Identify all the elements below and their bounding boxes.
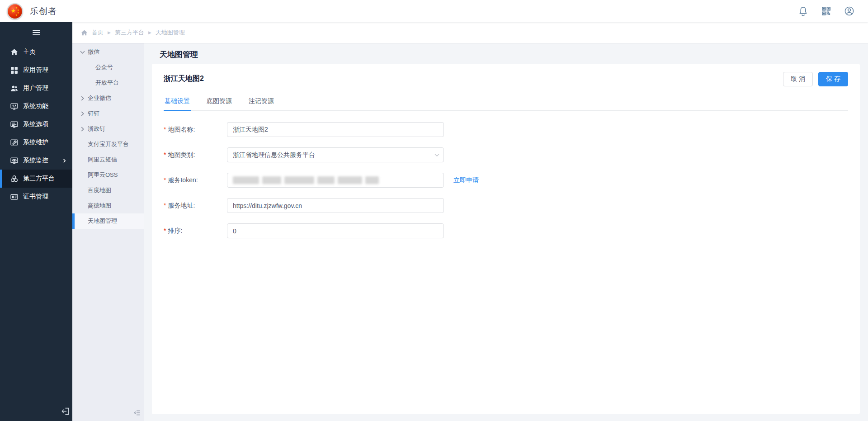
submenu-item-baidu-map[interactable]: 百度地图 xyxy=(72,183,144,198)
sort-order-label: *排序: xyxy=(164,227,227,235)
notification-bell-icon[interactable] xyxy=(798,6,808,16)
three-circles-icon xyxy=(10,175,18,183)
sidebar-item-label: 应用管理 xyxy=(23,66,48,74)
sidebar-item-label: 主页 xyxy=(23,48,36,56)
main-content: 天地图管理 浙江天地图2 取 消 保 存 基础设置 底图资源 注记资源 xyxy=(144,43,868,421)
form-row-map-name: *地图名称: xyxy=(164,122,848,137)
chevron-right-icon xyxy=(80,111,85,116)
chevron-right-icon xyxy=(62,159,66,163)
breadcrumb-separator: ▶ xyxy=(148,30,151,35)
cancel-button[interactable]: 取 消 xyxy=(783,72,813,86)
breadcrumb: 首页 ▶ 第三方平台 ▶ 天地图管理 xyxy=(81,28,185,37)
sidebar-item-label: 用户管理 xyxy=(23,84,48,92)
chevron-down-icon xyxy=(434,152,440,158)
hamburger-icon xyxy=(33,28,40,37)
form-row-service-token: *服务token: xyxy=(164,173,848,188)
app-title: 乐创者 xyxy=(30,5,57,17)
apps-grid-icon xyxy=(10,66,18,74)
form-row-service-url: *服务地址: xyxy=(164,198,848,213)
save-button[interactable]: 保 存 xyxy=(818,72,848,86)
form-row-sort-order: *排序: xyxy=(164,223,848,238)
submenu-item-official-account[interactable]: 公众号 xyxy=(72,60,144,75)
submenu-group-zhezhengding[interactable]: 浙政钉 xyxy=(72,121,144,137)
sidebar-item-label: 系统监控 xyxy=(23,156,48,165)
submenu-sidebar: 微信 公众号 开放平台 企业微信 钉 xyxy=(72,43,144,421)
sidebar-item-home[interactable]: 主页 xyxy=(0,43,72,61)
basic-settings-form: *地图名称: *地图类别: 浙 xyxy=(164,122,848,249)
main-sidebar: 主页 应用管理 用户管理 系统功能 系统选项 xyxy=(0,22,72,421)
required-mark: * xyxy=(164,126,166,133)
sidebar-item-label: 系统选项 xyxy=(23,120,48,128)
apply-token-link[interactable]: 立即申请 xyxy=(453,176,479,184)
map-name-label: *地图名称: xyxy=(164,126,227,134)
sidebar-item-third-party-platform[interactable]: 第三方平台 xyxy=(0,170,72,188)
breadcrumb-item-third-party[interactable]: 第三方平台 xyxy=(115,28,144,37)
sidebar-item-system-options[interactable]: 系统选项 xyxy=(0,115,72,133)
monitor-smile-icon xyxy=(10,103,18,110)
tab-annotation-resources[interactable]: 注记资源 xyxy=(248,94,275,110)
tab-bar: 基础设置 底图资源 注记资源 xyxy=(164,94,848,111)
chevron-right-icon xyxy=(80,127,85,132)
monitor-list-icon xyxy=(10,121,18,128)
map-category-selected-value: 浙江省地理信息公共服务平台 xyxy=(233,151,315,159)
required-mark: * xyxy=(164,151,166,158)
submenu-item-tianditu-management[interactable]: 天地图管理 xyxy=(72,213,144,229)
users-icon xyxy=(10,85,18,92)
chevron-down-icon xyxy=(80,50,85,55)
home-icon xyxy=(10,48,18,56)
app-logo: ★ ★ ★ ★ ★ xyxy=(7,3,23,19)
sidebar-item-label: 系统功能 xyxy=(23,102,48,110)
service-url-input[interactable] xyxy=(227,198,444,213)
qr-code-icon[interactable] xyxy=(821,6,831,16)
service-token-label: *服务token: xyxy=(164,176,227,184)
sidebar-item-system-monitor[interactable]: 系统监控 xyxy=(0,151,72,170)
service-url-label: *服务地址: xyxy=(164,202,227,210)
submenu-collapse-icon[interactable] xyxy=(133,409,141,416)
sidebar-item-app-management[interactable]: 应用管理 xyxy=(0,61,72,79)
submenu-item-aliyun-oss[interactable]: 阿里云OSS xyxy=(72,167,144,183)
monitor-eye-icon xyxy=(10,157,18,165)
submenu-group-dingtalk[interactable]: 钉钉 xyxy=(72,106,144,121)
user-avatar-icon[interactable] xyxy=(844,6,854,16)
submenu-group-wecom[interactable]: 企业微信 xyxy=(72,90,144,106)
sidebar-item-label: 证书管理 xyxy=(23,193,48,201)
sidebar-item-label: 系统维护 xyxy=(23,138,48,147)
breadcrumb-home-icon[interactable] xyxy=(81,29,88,36)
sidebar-item-system-functions[interactable]: 系统功能 xyxy=(0,97,72,115)
logout-exit-icon[interactable] xyxy=(61,407,70,416)
breadcrumb-separator: ▶ xyxy=(108,30,111,35)
submenu-item-aliyun-sms[interactable]: 阿里云短信 xyxy=(72,152,144,167)
sidebar-collapse-button[interactable] xyxy=(0,22,72,43)
chevron-right-icon xyxy=(80,96,85,101)
sidebar-item-certificate-management[interactable]: 证书管理 xyxy=(0,188,72,206)
detail-card: 浙江天地图2 取 消 保 存 基础设置 底图资源 注记资源 xyxy=(152,64,860,414)
tab-basic-settings[interactable]: 基础设置 xyxy=(164,94,191,110)
sidebar-item-system-maintenance[interactable]: 系统维护 xyxy=(0,133,72,151)
submenu-item-alipay-dev-platform[interactable]: 支付宝开发平台 xyxy=(72,137,144,152)
sidebar-item-label: 第三方平台 xyxy=(23,175,55,183)
breadcrumb-item-tianditu[interactable]: 天地图管理 xyxy=(156,28,185,37)
map-category-label: *地图类别: xyxy=(164,151,227,159)
sort-order-input[interactable] xyxy=(227,223,444,238)
submenu-item-open-platform[interactable]: 开放平台 xyxy=(72,75,144,90)
map-category-select[interactable]: 浙江省地理信息公共服务平台 xyxy=(227,147,444,162)
top-header: ★ ★ ★ ★ ★ 乐创者 xyxy=(0,0,868,22)
sidebar-item-user-management[interactable]: 用户管理 xyxy=(0,79,72,97)
map-name-input[interactable] xyxy=(227,122,444,137)
page-title: 天地图管理 xyxy=(160,49,860,60)
submenu-group-wechat[interactable]: 微信 xyxy=(72,44,144,60)
form-row-map-category: *地图类别: 浙江省地理信息公共服务平台 xyxy=(164,147,848,162)
required-mark: * xyxy=(164,227,166,234)
breadcrumb-bar: 首页 ▶ 第三方平台 ▶ 天地图管理 xyxy=(72,22,868,43)
required-mark: * xyxy=(164,202,166,209)
breadcrumb-item-home[interactable]: 首页 xyxy=(92,28,104,37)
service-token-input[interactable] xyxy=(227,173,444,188)
tab-basemap-resources[interactable]: 底图资源 xyxy=(206,94,233,110)
wrench-icon xyxy=(10,139,18,147)
required-mark: * xyxy=(164,176,166,184)
certificate-card-icon xyxy=(10,193,18,201)
submenu-item-amap[interactable]: 高德地图 xyxy=(72,198,144,213)
card-title: 浙江天地图2 xyxy=(164,72,204,84)
